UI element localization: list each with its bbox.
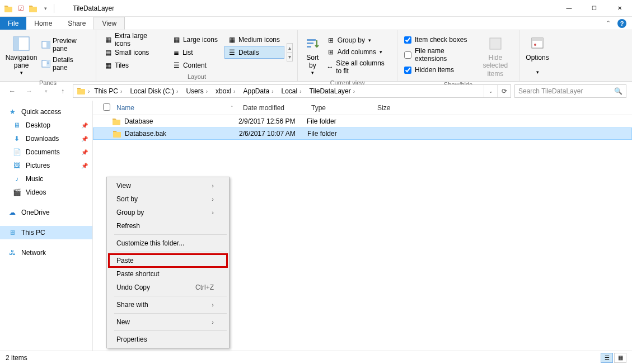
refresh-button[interactable]: ⟳ [497, 85, 511, 97]
ctx-share-with[interactable]: Share with› [109, 298, 227, 311]
tab-view[interactable]: View [93, 17, 125, 30]
ctx-new[interactable]: New› [109, 315, 227, 329]
ctx-paste[interactable]: Paste [109, 254, 227, 267]
titlebar: ☑ ▾ TileDataLayer — ☐ ✕ [0, 0, 632, 17]
view-details-button[interactable]: ☰ [601, 353, 613, 363]
svg-point-14 [534, 44, 536, 46]
navigation-pane-button[interactable]: Navigation pane▾ [4, 32, 38, 78]
ctx-customize-folder[interactable]: Customize this folder... [109, 237, 227, 250]
svg-rect-10 [307, 46, 311, 48]
separator [114, 296, 227, 296]
layout-small[interactable]: ▤Small icons [101, 46, 167, 59]
ctx-refresh[interactable]: Refresh [109, 219, 227, 233]
group-label-layout: Layout [101, 72, 293, 80]
select-all-checkbox[interactable] [103, 103, 110, 111]
ribbon: Navigation pane▾ Preview pane Details pa… [0, 30, 632, 82]
col-type[interactable]: Type [307, 104, 373, 112]
folder-icon [112, 117, 121, 126]
view-large-icons-button[interactable]: ▦ [614, 353, 626, 363]
layout-scroll-down[interactable]: ▾ [287, 52, 293, 62]
layout-extra-large[interactable]: ▦Extra large icons [101, 33, 167, 46]
nav-this-pc[interactable]: 🖥This PC [0, 226, 92, 239]
col-date[interactable]: Date modified [238, 104, 307, 112]
ctx-paste-shortcut[interactable]: Paste shortcut [109, 267, 227, 281]
qat-properties-icon[interactable]: ☑ [16, 3, 26, 13]
pin-icon: 📌 [81, 163, 88, 169]
up-button[interactable]: ↑ [56, 84, 69, 98]
layout-large[interactable]: ▦Large icons [169, 33, 222, 46]
chevron-right-icon: › [212, 196, 214, 202]
layout-scroll-up[interactable]: ▴ [287, 43, 293, 52]
search-input[interactable]: Search TileDataLayer 🔍 [514, 84, 626, 98]
ctx-undo-copy[interactable]: Undo CopyCtrl+Z [109, 281, 227, 294]
file-type: File folder [307, 130, 373, 138]
close-button[interactable]: ✕ [607, 0, 632, 17]
layout-list[interactable]: ≣List [169, 46, 222, 59]
svg-rect-8 [307, 39, 316, 41]
recent-dropdown[interactable]: ▾ [39, 84, 53, 98]
nav-downloads[interactable]: ⬇Downloads📌 [0, 132, 92, 145]
file-row[interactable]: Database.bak 2/6/2017 10:07 AM File fold… [93, 127, 632, 140]
nav-onedrive[interactable]: ☁OneDrive [0, 206, 92, 219]
help-icon[interactable]: ? [617, 19, 626, 28]
breadcrumb-seg[interactable]: AppData› [238, 87, 277, 95]
breadcrumb-seg[interactable]: Local› [277, 87, 305, 95]
layout-medium[interactable]: ▦Medium icons [224, 33, 284, 46]
breadcrumb-seg[interactable]: This PC› [90, 87, 125, 95]
layout-content[interactable]: ☰Content [169, 59, 222, 72]
ctx-group-by[interactable]: Group by› [109, 206, 227, 219]
add-columns-button[interactable]: ⊞Add columns ▾ [323, 46, 392, 58]
ctx-view[interactable]: View› [109, 179, 227, 192]
ctx-sort-by[interactable]: Sort by› [109, 192, 227, 206]
nav-quick-access[interactable]: ★Quick access [0, 105, 92, 119]
preview-pane-button[interactable]: Preview pane [38, 36, 91, 54]
layout-details[interactable]: ☰Details [224, 46, 284, 59]
nav-pictures[interactable]: 🖼Pictures📌 [0, 159, 92, 172]
nav-music[interactable]: ♪Music [0, 172, 92, 186]
collapse-ribbon-icon[interactable]: ⌃ [606, 20, 611, 27]
maximize-button[interactable]: ☐ [582, 0, 607, 17]
options-button[interactable]: Options▾ [524, 32, 551, 77]
tab-share[interactable]: Share [60, 17, 93, 30]
ctx-properties[interactable]: Properties [109, 333, 227, 346]
address-dropdown-icon[interactable]: ⌄ [484, 85, 497, 97]
pin-icon: 📌 [81, 149, 88, 155]
forward-button[interactable]: → [22, 84, 36, 98]
tab-file[interactable]: File [0, 17, 26, 30]
col-size[interactable]: Size [373, 104, 418, 112]
nav-videos[interactable]: 🎬Videos [0, 186, 92, 199]
breadcrumb-seg[interactable]: xboxl› [211, 87, 238, 95]
back-button[interactable]: ← [6, 84, 19, 98]
separator [54, 4, 64, 13]
nav-network[interactable]: 🖧Network [0, 246, 92, 259]
file-date: 2/9/2017 12:56 PM [238, 117, 307, 125]
qat-dropdown-icon[interactable]: ▾ [40, 3, 50, 13]
col-name[interactable]: Name˄ [112, 104, 238, 112]
svg-rect-1 [13, 37, 19, 50]
hide-selected-button[interactable]: Hide selected items [476, 32, 514, 80]
layout-tiles[interactable]: ▦Tiles [101, 59, 167, 72]
nav-desktop[interactable]: 🖥Desktop📌 [0, 119, 92, 132]
address-bar[interactable]: › This PC› Local Disk (C:)› Users› xboxl… [73, 84, 511, 98]
file-extensions-toggle[interactable]: File name extensions [402, 46, 476, 64]
chevron-right-icon: › [212, 301, 214, 308]
group-by-button[interactable]: ⊞Group by ▾ [323, 35, 392, 46]
breadcrumb-seg[interactable]: Users› [181, 87, 211, 95]
breadcrumb-seg[interactable]: Local Disk (C:)› [125, 87, 181, 95]
sort-by-button[interactable]: Sort by▾ [302, 32, 323, 78]
minimize-button[interactable]: — [556, 0, 582, 17]
details-pane-button[interactable]: Details pane [38, 55, 91, 73]
hidden-items-toggle[interactable]: Hidden items [402, 65, 476, 75]
breadcrumb-seg[interactable]: TileDataLayer› [305, 87, 359, 95]
tab-home[interactable]: Home [26, 17, 60, 30]
item-checkboxes-toggle[interactable]: Item check boxes [402, 35, 476, 45]
nav-documents[interactable]: 📄Documents📌 [0, 145, 92, 159]
column-headers: Name˄ Date modified Type Size [93, 101, 632, 115]
separator [114, 313, 227, 314]
ribbon-tabs: File Home Share View ⌃ ? [0, 17, 632, 30]
separator [114, 252, 227, 252]
size-columns-button[interactable]: ↔Size all columns to fit [323, 58, 392, 76]
file-row[interactable]: Database 2/9/2017 12:56 PM File folder [93, 115, 632, 127]
sort-by-label: Sort by [303, 54, 322, 70]
svg-rect-11 [490, 38, 501, 49]
